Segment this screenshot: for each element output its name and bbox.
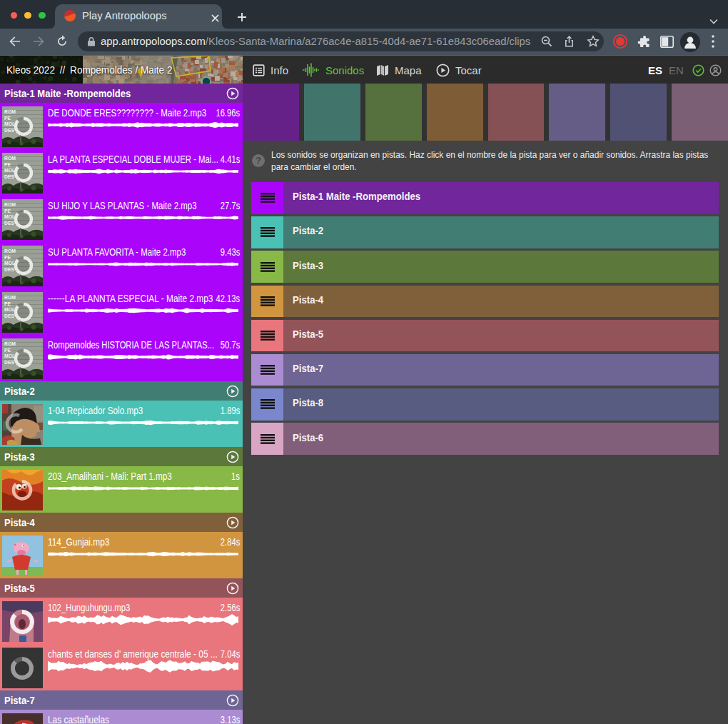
svg-text:ROM: ROM	[4, 341, 16, 346]
svg-text:PE: PE	[4, 208, 11, 213]
svg-text:MOL: MOL	[4, 121, 15, 126]
svg-text:ROM: ROM	[4, 156, 16, 161]
svg-text:DES: DES	[4, 128, 14, 133]
svg-text:PE: PE	[4, 301, 11, 306]
svg-text:?: ?	[256, 155, 261, 166]
svg-text:MOL: MOL	[4, 168, 15, 173]
svg-text:PE: PE	[4, 348, 11, 353]
svg-text:PE: PE	[4, 255, 11, 260]
svg-text:DES: DES	[4, 313, 14, 318]
svg-text:PE: PE	[4, 116, 11, 121]
svg-text:PE: PE	[4, 162, 11, 167]
svg-text:DES: DES	[4, 174, 14, 179]
svg-text:ROM: ROM	[4, 248, 16, 253]
svg-text:DES: DES	[4, 267, 14, 272]
svg-text:MOL: MOL	[4, 261, 15, 266]
svg-text:MOL: MOL	[4, 307, 15, 312]
svg-text:MOL: MOL	[4, 214, 15, 219]
svg-text:MOL: MOL	[4, 353, 15, 358]
svg-text:ROM: ROM	[4, 202, 16, 207]
svg-text:ROM: ROM	[4, 295, 16, 300]
svg-text:DES: DES	[4, 221, 14, 226]
svg-text:ROM: ROM	[4, 109, 16, 114]
svg-text:DES: DES	[4, 360, 14, 365]
